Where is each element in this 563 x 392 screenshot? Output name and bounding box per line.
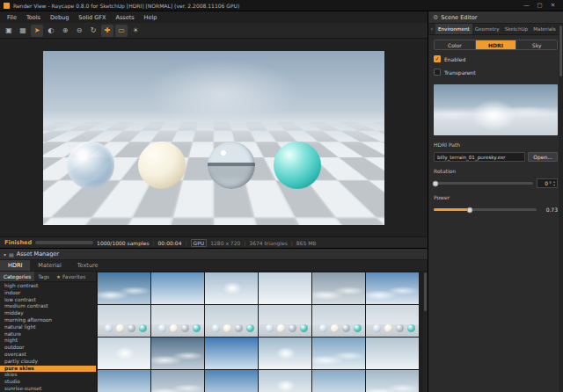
tab-material[interactable]: Material	[30, 260, 69, 271]
hdri-thumbnail-sky[interactable]	[98, 272, 150, 304]
hdri-thumbnail-spheres[interactable]	[366, 305, 419, 337]
zoom-in-icon[interactable]: ⊕	[59, 25, 71, 37]
menu-item-help[interactable]: Help	[140, 13, 162, 22]
thumbnail-scrollbar[interactable]	[423, 272, 428, 392]
transparent-label: Transparent	[444, 69, 476, 76]
hdri-thumbnail-sky[interactable]	[205, 338, 258, 369]
hdri-thumbnail-spheres[interactable]	[312, 305, 365, 337]
maximize-button[interactable]: ▢	[533, 2, 546, 9]
category-item-studio[interactable]: studio	[0, 379, 96, 386]
hdri-thumbnail-sky[interactable]	[98, 370, 150, 392]
sphere-teal	[274, 142, 321, 189]
category-item-skies[interactable]: skies	[0, 372, 96, 379]
tab-environment[interactable]: Environment	[435, 24, 472, 34]
rotation-slider-handle[interactable]	[433, 180, 439, 186]
chevron-left-icon[interactable]: ‹	[428, 24, 435, 34]
hdri-path-input[interactable]: billy_terrain_01_puresky.exr	[434, 152, 525, 162]
region-icon[interactable]: ▭	[115, 25, 128, 37]
menu-item-solid-gfx[interactable]: Solid GFX	[74, 13, 110, 22]
hdri-thumbnail-sky[interactable]	[98, 338, 150, 369]
zoom-out-icon[interactable]: ⊖	[73, 25, 85, 37]
hdri-thumbnail-sky[interactable]	[366, 272, 419, 304]
category-item-partly-cloudy[interactable]: partly cloudy	[0, 359, 96, 366]
scene-editor-scrollbar[interactable]	[559, 24, 563, 392]
hdri-thumbnail-sky[interactable]	[312, 272, 365, 304]
scene-editor-header[interactable]: ⚙ Scene Editor	[428, 11, 563, 24]
hdri-thumbnail-sky[interactable]	[151, 370, 204, 392]
menu-item-assets[interactable]: Assets	[111, 13, 138, 22]
tab-texture[interactable]: Texture	[69, 260, 106, 271]
category-item-overcast[interactable]: overcast	[0, 352, 96, 359]
tab-materials[interactable]: Materials	[530, 24, 559, 34]
category-item-sunrise-sunset[interactable]: sunrise-sunset	[0, 386, 96, 392]
enabled-checkbox[interactable]: ✓	[434, 55, 441, 62]
category-item-night[interactable]: night	[0, 338, 96, 345]
power-slider[interactable]	[434, 208, 537, 211]
category-item-low-contrast[interactable]: low contrast	[0, 297, 96, 304]
mode-color[interactable]: Color	[435, 40, 476, 49]
power-slider-handle[interactable]	[466, 207, 472, 213]
close-button[interactable]: ✕	[546, 2, 559, 9]
asset-manager-header[interactable]: ▾ ▤ Asset Manager	[0, 249, 428, 260]
category-item-indoor[interactable]: indoor	[0, 290, 96, 297]
open-hdri-button[interactable]: Open...	[528, 152, 558, 162]
select-icon[interactable]: ➤	[31, 25, 43, 37]
window-controls: — ▢ ✕	[520, 2, 559, 9]
hdri-thumbnail-spheres[interactable]	[151, 305, 204, 337]
menu-item-tools[interactable]: Tools	[22, 13, 45, 22]
rotation-value-box[interactable]: 0 ° ▴ ▾	[537, 178, 558, 188]
hdri-thumbnail-sky[interactable]	[205, 370, 258, 392]
mode-hdri[interactable]: HDRI	[476, 40, 517, 49]
category-item-pure-skies[interactable]: pure skies	[0, 366, 96, 373]
menu-item-file[interactable]: File	[3, 13, 21, 22]
scrollbar-thumb[interactable]	[559, 25, 562, 76]
power-value: 0.73	[540, 207, 558, 213]
render-image[interactable]: Raycape render preview ▸	[43, 51, 384, 225]
category-item-midday[interactable]: midday	[0, 310, 96, 317]
pan-icon[interactable]: ✚	[101, 25, 113, 37]
category-item-medium-contrast[interactable]: medium contrast	[0, 303, 96, 310]
library-tab-favorites[interactable]: ★Favorites	[53, 272, 89, 281]
category-item-outdoor[interactable]: outdoor	[0, 345, 96, 352]
rotation-spinner[interactable]: ▴ ▾	[553, 180, 555, 186]
transparent-checkbox[interactable]	[434, 69, 441, 76]
hdri-thumbnail-sky[interactable]	[259, 370, 311, 392]
orbit-icon[interactable]: ↻	[87, 25, 99, 37]
minimize-button[interactable]: —	[520, 2, 533, 9]
tab-geometry[interactable]: Geometry	[472, 24, 502, 34]
collapse-arrow-icon[interactable]: ▾	[4, 251, 6, 258]
category-item-high-contrast[interactable]: high contrast	[0, 283, 96, 290]
hdri-thumbnail-sky[interactable]	[312, 338, 365, 369]
spinner-down-icon[interactable]: ▾	[553, 184, 555, 186]
category-item-natural-light[interactable]: natural light	[0, 324, 96, 331]
layout-icon[interactable]: ▦	[17, 25, 29, 37]
menu-item-debug[interactable]: Debug	[46, 13, 73, 22]
library-tab-tags[interactable]: Tags	[34, 272, 53, 281]
environment-icon[interactable]: ◐	[45, 25, 57, 37]
scrollbar-thumb[interactable]	[424, 272, 427, 311]
hdri-thumbnail-sky[interactable]	[259, 338, 311, 369]
hdri-thumbnail-sky[interactable]	[151, 338, 204, 369]
hdri-thumbnail-sky[interactable]	[366, 370, 419, 392]
mode-sky[interactable]: Sky	[516, 40, 557, 49]
hdri-thumbnail-sky[interactable]	[205, 272, 258, 304]
library-tab-categories[interactable]: Categories	[0, 272, 34, 281]
hdri-thumbnail-sky[interactable]	[366, 338, 419, 369]
asset-manager-body: CategoriesTags★Favorites high contrastin…	[0, 272, 428, 392]
hdri-thumbnail-spheres[interactable]	[205, 305, 258, 337]
rotation-slider[interactable]	[434, 182, 533, 185]
tab-hdri[interactable]: HDRI	[0, 260, 30, 271]
hdri-thumbnail-sky[interactable]	[312, 370, 365, 392]
light-icon[interactable]: ☀	[129, 25, 142, 37]
hdri-thumbnail-sky[interactable]	[259, 272, 311, 304]
category-item-nature[interactable]: nature	[0, 331, 96, 338]
hdri-thumbnail-spheres[interactable]	[259, 305, 311, 337]
mini-sphere-3	[246, 324, 254, 332]
hdri-thumbnail-sky[interactable]	[151, 272, 204, 304]
category-item-morning-afternoon[interactable]: morning afternoon	[0, 317, 96, 324]
rotation-unit: °	[549, 180, 552, 186]
save-icon[interactable]: ▣	[3, 25, 15, 37]
tab-sketchup[interactable]: SketchUp	[502, 24, 531, 34]
hdri-thumbnail-spheres[interactable]	[98, 305, 150, 337]
category-list: high contrastindoorlow contrastmedium co…	[0, 282, 96, 392]
